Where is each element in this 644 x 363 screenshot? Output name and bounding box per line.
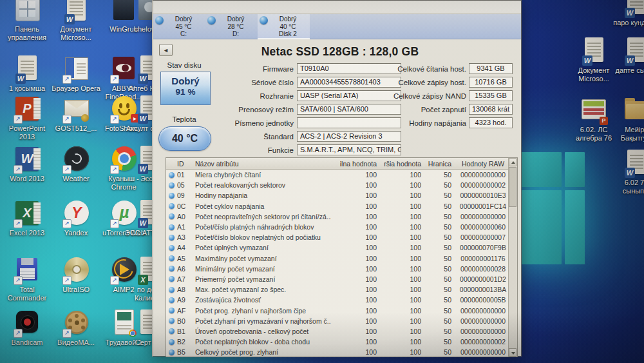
smart-attribute-row[interactable]: 0C Počet cyklov napájania 100 100 50 000… bbox=[166, 201, 517, 211]
smart-attribute-row[interactable]: A3 Počet/číslo blokov neplatných od poči… bbox=[166, 232, 517, 242]
desktop-icon-label: PowerPoint 2013 bbox=[2, 124, 52, 141]
desktop-icon[interactable]: паро кундел... bbox=[611, 0, 644, 27]
word-icon bbox=[622, 37, 644, 64]
desktop-icon[interactable]: Weather bbox=[51, 146, 101, 183]
disk-tab[interactable]: Dobrý 40 °C Disk 2 bbox=[258, 14, 310, 39]
shortcut-arrow-icon bbox=[110, 165, 119, 174]
scroll-down-icon[interactable] bbox=[509, 348, 516, 357]
menu-item[interactable] bbox=[158, 6, 169, 8]
attribute-raw: 0000000010E3 bbox=[456, 191, 510, 199]
scroll-up-icon[interactable] bbox=[509, 158, 516, 166]
attribute-threshold: 50 bbox=[422, 233, 456, 241]
desktop-icon-label: Мейірх Бақытгу... bbox=[611, 126, 644, 142]
smart-attribute-row[interactable]: A5 Maximálny počet vymazaní 100 100 50 0… bbox=[166, 253, 517, 264]
desktop-icon[interactable]: 6.02 76 сынып... bbox=[611, 150, 644, 195]
smart-attribute-row[interactable]: AF Počet prog. zlyhaní v najhoršom čipe … bbox=[166, 305, 517, 315]
smart-attribute-row[interactable]: B5 Celkový počet prog. zlyhaní 100 100 5… bbox=[166, 347, 517, 357]
desktop-icon[interactable]: Панель управления bbox=[2, 0, 52, 42]
desktop-icon[interactable]: GOST512_... bbox=[51, 95, 101, 133]
tab-temperature: 28 °C bbox=[218, 23, 254, 31]
attribute-status-dot-icon bbox=[169, 203, 175, 209]
yandex-icon bbox=[62, 200, 90, 227]
attribute-name: Počet cyklov napájania bbox=[195, 202, 331, 210]
shortcut-arrow-icon bbox=[14, 219, 23, 228]
attribute-status-dot-icon bbox=[169, 255, 175, 261]
desktop-icon-label: 6.02 76 сынып... bbox=[611, 179, 644, 195]
word-icon bbox=[13, 55, 41, 83]
info-field-label: Sériové číslo bbox=[166, 79, 294, 86]
attribute-status-dot-icon bbox=[169, 328, 175, 334]
desktop-icon[interactable]: Мейірх Бақытгу... bbox=[611, 97, 644, 142]
desktop-icon[interactable]: Yandex bbox=[51, 200, 101, 237]
shortcut-arrow-icon bbox=[110, 115, 119, 124]
attribute-current: 100 bbox=[331, 244, 383, 251]
attribute-raw: 00000000005B bbox=[456, 296, 510, 304]
smart-attribute-row[interactable]: A7 Priemerný počet vymazaní 100 100 50 0… bbox=[166, 274, 517, 284]
menu-item[interactable] bbox=[189, 6, 200, 8]
back-button[interactable]: ◄ bbox=[159, 44, 173, 56]
tab-health-state: Dobrý bbox=[218, 15, 254, 23]
attribute-worst: 100 bbox=[383, 255, 422, 262]
menu-item[interactable] bbox=[210, 6, 220, 8]
desktop-icon[interactable]: Документ Microso... bbox=[51, 0, 101, 42]
menu-item[interactable] bbox=[220, 6, 231, 8]
attribute-worst: 100 bbox=[383, 223, 422, 231]
smart-attribute-row[interactable]: A1 Počet/číslo platných náhradných bloko… bbox=[166, 222, 517, 232]
desktop-icon[interactable]: Bandicam bbox=[2, 309, 52, 347]
smart-attribute-row[interactable]: A9 Zostávajúca životnosť 100 100 50 0000… bbox=[166, 295, 517, 305]
tab-disk-name: Disk 2 bbox=[270, 30, 306, 38]
scrollbar-thumb[interactable] bbox=[509, 167, 516, 207]
table-scrollbar[interactable] bbox=[508, 158, 517, 357]
shortcut-arrow-icon bbox=[62, 219, 71, 228]
attribute-current: 100 bbox=[331, 171, 383, 179]
desktop-icon[interactable]: 1 қосымша bbox=[2, 55, 52, 93]
desktop-icon[interactable]: UltraISO bbox=[51, 257, 101, 294]
smart-attribute-row[interactable]: A4 Počet úplných vymazaní 100 100 50 000… bbox=[166, 242, 517, 253]
shortcut-arrow-icon bbox=[62, 329, 71, 338]
attribute-id: 0C bbox=[177, 202, 195, 210]
smart-attribute-row[interactable]: B0 Počet zlyhaní pri vymazávaní v najhor… bbox=[166, 316, 517, 326]
desktop-icon-label: Weather bbox=[51, 175, 101, 183]
smart-attribute-row[interactable]: 05 Počet realokovaných sektorov 100 100 … bbox=[166, 180, 517, 190]
floppy-icon bbox=[13, 257, 41, 284]
smart-attribute-row[interactable]: A0 Počet neopraviteľných sektorov pri čí… bbox=[166, 211, 517, 222]
smart-attribute-row[interactable]: 01 Miera chybných čítaní 100 100 50 0000… bbox=[166, 170, 517, 180]
disk-tab[interactable]: Dobrý 28 °C D: bbox=[205, 14, 258, 39]
desktop-icon[interactable]: Excel 2013 bbox=[2, 200, 52, 237]
attribute-raw: 0000000013BA bbox=[456, 286, 510, 293]
smart-attribute-row[interactable]: B2 Počet neplatných blokov - doba chodu … bbox=[166, 337, 517, 347]
header-id: ID bbox=[177, 160, 195, 168]
attribute-raw: 000000000000 bbox=[456, 213, 510, 221]
attribute-current: 100 bbox=[331, 202, 383, 210]
desktop-icon[interactable]: Total Commander bbox=[2, 257, 52, 302]
smart-attribute-row[interactable]: A8 Max. počet vymazaní zo špec. 100 100 … bbox=[166, 284, 517, 295]
desktop-icon-label: дапте сырт... bbox=[611, 66, 644, 75]
menu-item[interactable] bbox=[169, 6, 179, 8]
smart-attribute-row[interactable]: 09 Hodiny napájania 100 100 50 000000001… bbox=[166, 190, 517, 201]
menu-item[interactable] bbox=[200, 6, 210, 8]
disk-tab[interactable]: Dobrý 45 °C C: bbox=[153, 14, 205, 39]
desktop-icon-label: ВидеоМА... bbox=[51, 338, 101, 347]
desktop-icon[interactable]: Браузер Opera bbox=[51, 55, 101, 93]
attribute-worst: 100 bbox=[383, 328, 422, 335]
desktop-icon[interactable]: ВидеоМА... bbox=[51, 309, 101, 347]
menu-item[interactable] bbox=[179, 6, 189, 8]
attribute-name: Priemerný počet vymazaní bbox=[195, 275, 331, 283]
attribute-current: 100 bbox=[331, 265, 383, 273]
excelapp-icon bbox=[13, 200, 41, 227]
smart-attribute-row[interactable]: A6 Minimálny počet vymazaní 100 100 50 0… bbox=[166, 264, 517, 274]
attribute-raw: 00000001FC14 bbox=[456, 202, 510, 210]
attribute-threshold: 50 bbox=[422, 181, 456, 189]
shortcut-arrow-icon bbox=[14, 329, 23, 338]
attribute-name: Miera chybných čítaní bbox=[195, 171, 331, 179]
desktop-icon-label: Bandicam bbox=[2, 338, 52, 347]
attribute-raw: 000000000002 bbox=[456, 338, 510, 346]
desktop-icon[interactable]: Word 2013 bbox=[2, 146, 52, 183]
header-current-value: ilna hodnota bbox=[331, 160, 383, 168]
desktop-icon[interactable]: PowerPoint 2013 bbox=[2, 95, 52, 141]
smart-attribute-row[interactable]: B1 Úroveň opotrebovania - celkový počet … bbox=[166, 326, 517, 337]
info-field: Celkové zápisy host. 10716 GB bbox=[388, 77, 513, 88]
info-field-value: ACS-2 | ACS-2 Revision 3 bbox=[297, 131, 401, 142]
desktop-icon[interactable]: дапте сырт... bbox=[611, 37, 644, 75]
desktop-icon-label: UltraISO bbox=[51, 286, 101, 294]
